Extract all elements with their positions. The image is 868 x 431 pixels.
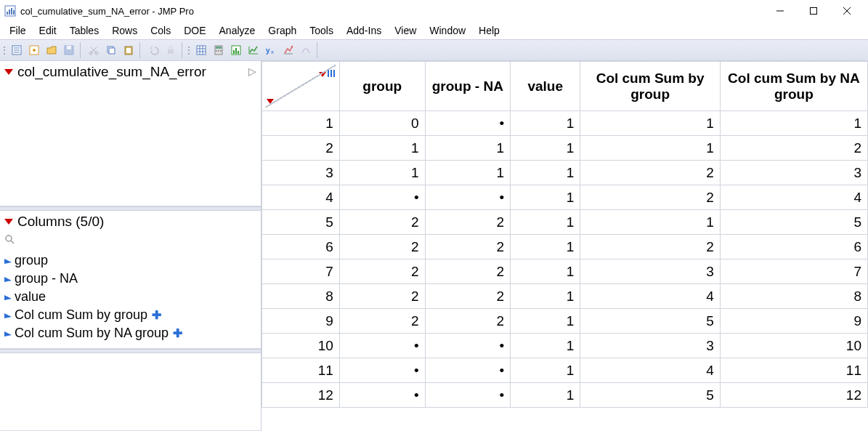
col-header-value[interactable]: value — [511, 62, 580, 111]
data-cell[interactable]: • — [425, 358, 511, 383]
data-cell[interactable]: 2 — [339, 235, 425, 259]
data-cell[interactable]: 2 — [425, 309, 511, 334]
row-number-cell[interactable]: 1 — [262, 111, 340, 136]
data-cell[interactable]: 4 — [580, 284, 720, 309]
row-number-cell[interactable]: 6 — [262, 235, 340, 259]
data-cell[interactable]: • — [425, 383, 511, 408]
menu-view[interactable]: View — [388, 23, 423, 38]
row-number-cell[interactable]: 3 — [262, 161, 340, 185]
col-header-cumna[interactable]: Col cum Sum by NA group — [720, 62, 867, 111]
row-number-cell[interactable]: 9 — [262, 309, 340, 334]
menu-tables[interactable]: Tables — [63, 23, 105, 38]
menu-edit[interactable]: Edit — [33, 23, 63, 38]
columns-menu-icon[interactable] — [319, 72, 326, 77]
menu-graph[interactable]: Graph — [261, 23, 303, 38]
save-icon[interactable] — [61, 42, 77, 58]
menu-rows[interactable]: Rows — [105, 23, 144, 38]
data-cell[interactable]: 2 — [580, 185, 720, 210]
graph-builder-icon[interactable] — [280, 42, 296, 58]
table-row[interactable]: 4••124 — [262, 185, 868, 210]
data-cell[interactable]: 4 — [720, 185, 867, 210]
data-cell[interactable]: 1 — [425, 136, 511, 161]
data-cell[interactable]: 2 — [339, 210, 425, 235]
data-cell[interactable]: 1 — [720, 111, 867, 136]
data-cell[interactable]: • — [339, 334, 425, 358]
calculator-icon[interactable] — [211, 42, 227, 58]
new-script-icon[interactable] — [26, 42, 42, 58]
table-row[interactable]: 622126 — [262, 235, 868, 259]
data-cell[interactable]: 1 — [339, 161, 425, 185]
columns-panel-header[interactable]: Columns (5/0) — [0, 211, 261, 233]
column-item[interactable]: group - NA — [0, 270, 261, 288]
data-cell[interactable]: 2 — [339, 309, 425, 334]
data-cell[interactable]: 11 — [720, 358, 867, 383]
data-cell[interactable]: 1 — [580, 111, 720, 136]
fit-y-by-x-icon[interactable] — [246, 42, 261, 58]
data-cell[interactable]: 4 — [580, 358, 720, 383]
data-cell[interactable]: 1 — [511, 235, 580, 259]
col-header-cumg[interactable]: Col cum Sum by group — [580, 62, 720, 111]
table-row[interactable]: 12••1512 — [262, 383, 868, 408]
profiler-icon[interactable] — [298, 42, 314, 58]
data-cell[interactable]: 5 — [720, 210, 867, 235]
data-cell[interactable]: 1 — [511, 259, 580, 284]
table-panel-header[interactable]: col_cumulative_sum_NA_error ▷ — [0, 61, 261, 83]
data-cell[interactable]: 2 — [425, 210, 511, 235]
data-cell[interactable]: 1 — [511, 309, 580, 334]
col-header-groupna[interactable]: group - NA — [425, 62, 511, 111]
column-search[interactable] — [0, 233, 261, 250]
data-cell[interactable]: 1 — [580, 136, 720, 161]
menu-doe[interactable]: DOE — [177, 23, 212, 38]
menu-cols[interactable]: Cols — [144, 23, 177, 38]
table-row[interactable]: 822148 — [262, 284, 868, 309]
lock-icon[interactable] — [163, 42, 179, 58]
data-cell[interactable]: 1 — [511, 358, 580, 383]
data-cell[interactable]: 12 — [720, 383, 867, 408]
data-cell[interactable]: 2 — [720, 136, 867, 161]
data-cell[interactable]: 1 — [511, 284, 580, 309]
data-cell[interactable]: 2 — [580, 161, 720, 185]
data-cell[interactable]: 5 — [580, 383, 720, 408]
data-cell[interactable]: 9 — [720, 309, 867, 334]
menu-help[interactable]: Help — [472, 23, 506, 38]
row-number-cell[interactable]: 4 — [262, 185, 340, 210]
data-cell[interactable]: 1 — [511, 210, 580, 235]
copy-icon[interactable] — [103, 42, 119, 58]
data-cell[interactable]: 1 — [511, 136, 580, 161]
table-row[interactable]: 722137 — [262, 259, 868, 284]
menu-window[interactable]: Window — [423, 23, 472, 38]
data-cell[interactable]: 1 — [339, 136, 425, 161]
data-cell[interactable]: 3 — [720, 161, 867, 185]
new-table-icon[interactable] — [9, 42, 25, 58]
close-button[interactable] — [830, 0, 864, 22]
row-number-cell[interactable]: 8 — [262, 284, 340, 309]
menu-tools[interactable]: Tools — [303, 23, 340, 38]
cut-icon[interactable] — [86, 42, 102, 58]
table-row[interactable]: 922159 — [262, 309, 868, 334]
data-cell[interactable]: 5 — [580, 309, 720, 334]
rows-menu-icon[interactable] — [267, 99, 274, 104]
column-item[interactable]: Col cum Sum by group ✚ — [0, 306, 261, 324]
data-cell[interactable]: 2 — [580, 235, 720, 259]
distribution-icon[interactable] — [228, 42, 244, 58]
data-cell[interactable]: 7 — [720, 259, 867, 284]
data-cell[interactable]: • — [425, 185, 511, 210]
minimize-button[interactable] — [763, 0, 797, 22]
table-row[interactable]: 10••1310 — [262, 334, 868, 358]
data-cell[interactable]: 1 — [511, 383, 580, 408]
toolbar-grip[interactable] — [3, 42, 7, 58]
toolbar-grip-2[interactable] — [187, 42, 192, 58]
data-cell[interactable]: • — [339, 383, 425, 408]
paste-icon[interactable] — [121, 42, 137, 58]
data-cell[interactable]: 2 — [425, 284, 511, 309]
data-grid[interactable]: ◁ group group - NA value Col cum Sum by … — [261, 61, 868, 431]
table-row[interactable]: 211112 — [262, 136, 868, 161]
row-number-cell[interactable]: 11 — [262, 358, 340, 383]
maximize-button[interactable] — [797, 0, 830, 22]
column-item[interactable]: Col cum Sum by NA group ✚ — [0, 324, 261, 342]
data-cell[interactable]: 2 — [339, 259, 425, 284]
open-icon[interactable] — [44, 42, 60, 58]
data-cell[interactable]: 1 — [580, 210, 720, 235]
column-item[interactable]: group — [0, 251, 261, 270]
data-cell[interactable]: 1 — [425, 161, 511, 185]
